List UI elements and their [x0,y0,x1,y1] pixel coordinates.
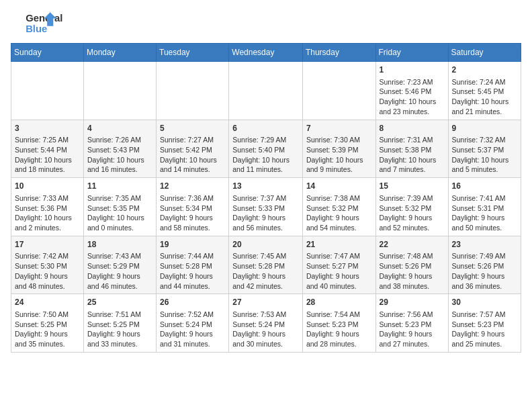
cell-info: Sunrise: 7:29 AM [232,135,299,145]
cell-info: Sunset: 5:25 PM [87,320,152,330]
cell-info: Sunrise: 7:48 AM [380,251,445,261]
cell-info: Daylight: 9 hours and 52 minutes. [380,213,445,232]
header: General Blue [11,11,521,38]
cell-info: Sunset: 5:35 PM [87,203,152,214]
calendar-week-row: 10Sunrise: 7:33 AMSunset: 5:36 PMDayligh… [11,178,521,236]
cell-info: Daylight: 9 hours and 58 minutes. [160,213,225,232]
day-number: 25 [87,297,152,308]
cell-info: Sunrise: 7:33 AM [15,193,80,203]
cell-info: Sunrise: 7:31 AM [380,135,445,145]
day-number: 1 [380,64,445,76]
cell-info: Sunrise: 7:44 AM [160,251,225,261]
calendar-cell: 10Sunrise: 7:33 AMSunset: 5:36 PMDayligh… [11,178,84,236]
day-number: 20 [232,239,299,250]
day-header-saturday: Saturday [448,44,521,62]
calendar-cell: 15Sunrise: 7:39 AMSunset: 5:32 PMDayligh… [375,178,448,236]
cell-info: Sunrise: 7:36 AM [160,193,225,203]
calendar-cell: 7Sunrise: 7:30 AMSunset: 5:39 PMDaylight… [302,120,375,178]
day-number: 15 [380,181,445,192]
day-number: 26 [160,297,225,308]
cell-info: Sunset: 5:32 PM [380,203,445,214]
calendar-cell [157,62,229,120]
cell-info: Sunrise: 7:38 AM [306,193,372,203]
cell-info: Sunrise: 7:25 AM [15,135,80,145]
cell-info: Daylight: 9 hours and 40 minutes. [306,271,372,291]
cell-info: Sunset: 5:33 PM [232,203,299,214]
cell-info: Daylight: 9 hours and 36 minutes. [452,271,517,291]
calendar-cell: 14Sunrise: 7:38 AMSunset: 5:32 PMDayligh… [302,178,375,236]
cell-info: Sunset: 5:28 PM [160,261,225,271]
cell-info: Daylight: 9 hours and 27 minutes. [380,329,445,349]
cell-info: Daylight: 9 hours and 44 minutes. [160,271,225,291]
cell-info: Daylight: 10 hours and 14 minutes. [160,155,225,175]
calendar-week-row: 3Sunrise: 7:25 AMSunset: 5:44 PMDaylight… [11,120,521,178]
calendar-cell: 3Sunrise: 7:25 AMSunset: 5:44 PMDaylight… [11,120,84,178]
cell-info: Sunrise: 7:24 AM [452,77,517,87]
day-number: 23 [452,239,517,250]
svg-text:Blue: Blue [26,24,47,34]
cell-info: Sunset: 5:27 PM [306,261,372,271]
calendar-cell [84,62,157,120]
cell-info: Sunset: 5:40 PM [232,145,299,155]
calendar-cell: 18Sunrise: 7:43 AMSunset: 5:29 PMDayligh… [84,236,157,294]
cell-info: Sunrise: 7:42 AM [15,251,80,261]
day-number: 14 [306,181,372,192]
cell-info: Daylight: 10 hours and 0 minutes. [87,213,152,232]
calendar-cell: 11Sunrise: 7:35 AMSunset: 5:35 PMDayligh… [84,178,157,236]
cell-info: Sunrise: 7:49 AM [452,251,517,261]
cell-info: Sunset: 5:44 PM [15,145,80,155]
cell-info: Sunrise: 7:27 AM [160,135,225,145]
calendar-cell: 2Sunrise: 7:24 AMSunset: 5:45 PMDaylight… [448,62,521,120]
calendar-cell [229,62,303,120]
cell-info: Sunrise: 7:47 AM [306,251,372,261]
cell-info: Sunrise: 7:54 AM [306,310,372,320]
calendar-cell: 19Sunrise: 7:44 AMSunset: 5:28 PMDayligh… [157,236,229,294]
cell-info: Sunset: 5:37 PM [452,145,517,155]
cell-info: Sunset: 5:46 PM [380,87,445,97]
calendar-cell: 29Sunrise: 7:56 AMSunset: 5:23 PMDayligh… [375,294,448,353]
cell-info: Sunrise: 7:53 AM [232,310,299,320]
cell-info: Sunset: 5:42 PM [160,145,225,155]
calendar-table: SundayMondayTuesdayWednesdayThursdayFrid… [11,43,521,353]
cell-info: Sunset: 5:39 PM [306,145,372,155]
cell-info: Sunrise: 7:39 AM [380,193,445,203]
calendar-week-row: 17Sunrise: 7:42 AMSunset: 5:30 PMDayligh… [11,236,521,294]
calendar-cell [302,62,375,120]
cell-info: Sunset: 5:23 PM [306,320,372,330]
cell-info: Daylight: 10 hours and 9 minutes. [306,155,372,175]
cell-info: Sunset: 5:24 PM [232,320,299,330]
cell-info: Sunrise: 7:32 AM [452,135,517,145]
cell-info: Daylight: 9 hours and 54 minutes. [306,213,372,232]
day-number: 17 [15,239,80,250]
cell-info: Daylight: 10 hours and 7 minutes. [380,155,445,175]
cell-info: Daylight: 10 hours and 11 minutes. [232,155,299,175]
day-number: 10 [15,181,80,192]
calendar-cell: 27Sunrise: 7:53 AMSunset: 5:24 PMDayligh… [229,294,303,353]
calendar-cell: 4Sunrise: 7:26 AMSunset: 5:43 PMDaylight… [84,120,157,178]
cell-info: Sunset: 5:28 PM [232,261,299,271]
cell-info: Daylight: 9 hours and 30 minutes. [232,329,299,349]
day-number: 27 [232,297,299,308]
day-number: 7 [306,123,372,134]
day-number: 22 [380,239,445,250]
cell-info: Sunset: 5:23 PM [380,320,445,330]
cell-info: Daylight: 9 hours and 50 minutes. [452,213,517,232]
day-number: 24 [15,297,80,308]
calendar-cell [11,62,84,120]
page-container: General Blue SundayMondayTuesdayWednesda… [11,11,521,353]
cell-info: Sunrise: 7:23 AM [380,77,445,87]
cell-info: Sunrise: 7:41 AM [452,193,517,203]
logo: General Blue [11,11,71,38]
day-number: 13 [232,181,299,192]
day-number: 16 [452,181,517,192]
cell-info: Daylight: 9 hours and 33 minutes. [87,329,152,349]
cell-info: Sunrise: 7:50 AM [15,310,80,320]
logo-icon: General Blue [11,11,71,38]
cell-info: Daylight: 9 hours and 56 minutes. [232,213,299,232]
calendar-cell: 23Sunrise: 7:49 AMSunset: 5:26 PMDayligh… [448,236,521,294]
cell-info: Daylight: 9 hours and 48 minutes. [15,271,80,291]
cell-info: Daylight: 9 hours and 38 minutes. [380,271,445,291]
calendar-cell: 12Sunrise: 7:36 AMSunset: 5:34 PMDayligh… [157,178,229,236]
cell-info: Sunset: 5:38 PM [380,145,445,155]
cell-info: Daylight: 10 hours and 23 minutes. [380,97,445,116]
